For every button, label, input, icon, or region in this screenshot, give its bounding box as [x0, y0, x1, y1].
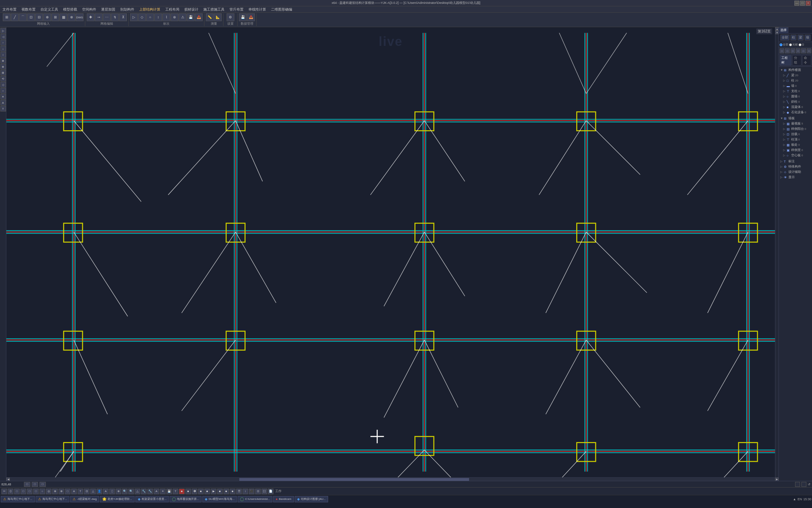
- bt-target[interactable]: ◎: [46, 489, 51, 494]
- bt-sq6[interactable]: ■: [217, 489, 223, 494]
- bt-a2[interactable]: A: [103, 489, 109, 494]
- bt-sq3[interactable]: ■: [185, 489, 191, 494]
- tb-tools-9[interactable]: 📤: [195, 13, 203, 21]
- lt-btn-13[interactable]: A: [0, 100, 6, 105]
- taskbar-item-7[interactable]: ◆ DL\模型MX\海马海...: [202, 496, 237, 502]
- lt-btn-2[interactable]: ◁: [0, 34, 6, 40]
- menu-layer[interactable]: 逐层加固: [100, 7, 116, 12]
- tree-node-max-slab[interactable]: ▷ ▦ 最视板 5: [780, 121, 811, 126]
- bt-t[interactable]: T: [78, 489, 83, 494]
- bt-sq7[interactable]: ■: [223, 489, 229, 494]
- tree-node-design-aid[interactable]: ▷ ⊹ 设计辅助: [780, 169, 811, 175]
- bt-tri2[interactable]: △: [135, 489, 140, 494]
- bt-doc[interactable]: 📄: [268, 489, 273, 494]
- menu-pipe[interactable]: 管斤布置: [228, 7, 245, 12]
- tb-edit-btn3[interactable]: ⋯: [103, 13, 111, 21]
- rp-nav-column[interactable]: 柱: [791, 35, 796, 41]
- tree-node-round-wall[interactable]: ▷ ○ 圆墙 0: [780, 94, 811, 99]
- lt-btn-12[interactable]: ✕: [0, 94, 6, 99]
- taskbar-item-1[interactable]: ⚠ 海马湾汇中心地下...: [1, 496, 35, 502]
- bt-lines[interactable]: ☰: [236, 489, 242, 494]
- tb-tools-8[interactable]: 💾: [187, 13, 195, 21]
- lt-btn-4[interactable]: ↓: [0, 46, 6, 52]
- tb-data-2[interactable]: 📤: [247, 13, 255, 21]
- tb-grid-btn4[interactable]: ⊡: [27, 13, 35, 21]
- scroll-down-button[interactable]: ▼: [775, 31, 779, 34]
- tb-edit-btn4[interactable]: ↯: [111, 13, 119, 21]
- menu-2d[interactable]: 二维图形确编: [270, 7, 293, 12]
- bt-a3[interactable]: A: [154, 489, 159, 494]
- taskbar-arrow[interactable]: ▲: [793, 497, 796, 501]
- filter-light[interactable]: 光棱: [789, 43, 798, 47]
- bt-brackets[interactable]: ⟦⟧: [262, 489, 267, 494]
- bt-code[interactable]: ⟨⟩: [8, 489, 13, 494]
- scroll-left-button[interactable]: ◀: [6, 478, 10, 481]
- bt-tri[interactable]: △: [90, 489, 96, 494]
- tb-grid-btn10[interactable]: DWG: [76, 13, 84, 21]
- tree-node-plate[interactable]: ▷ ▩ 板处 0: [780, 142, 811, 147]
- bt-sq2[interactable]: ■: [179, 489, 185, 494]
- status-btn-2[interactable]: □: [32, 482, 38, 487]
- rp-icon-3[interactable]: □: [791, 48, 795, 53]
- taskbar-item-2[interactable]: ⚠ 海马湾汇中心地下...: [36, 496, 70, 502]
- status-icon-1[interactable]: [795, 482, 800, 487]
- bt-box3[interactable]: □: [33, 489, 39, 494]
- tb-tools-2[interactable]: ◇: [138, 13, 146, 21]
- lt-btn-9[interactable]: ⟲: [0, 76, 6, 81]
- tb-grid-btn1[interactable]: ⊞: [3, 13, 11, 21]
- tree-node-inclined[interactable]: ▷ ╲ 斜柱 0: [780, 99, 811, 104]
- v-scrollbar[interactable]: ▲ ▼: [775, 27, 779, 477]
- rp-icon-1[interactable]: □: [780, 48, 784, 53]
- tree-node-col-top[interactable]: ▷ ⊤ 柱顶 0: [780, 137, 811, 142]
- tb-tools-7[interactable]: ⚠: [179, 13, 186, 21]
- bt-a[interactable]: A: [71, 489, 77, 494]
- bt-grid2[interactable]: ⊡: [84, 489, 90, 494]
- taskbar-item-9[interactable]: ● Bandicam: [273, 496, 294, 502]
- menu-custom[interactable]: 自定义工具: [39, 7, 59, 12]
- lt-btn-10[interactable]: ◇: [0, 82, 6, 87]
- tree-node-structure[interactable]: ▼ ⊞ 构件楼面: [780, 67, 811, 73]
- taskbar-item-3[interactable]: ⚠ -3层梁板对.dwg: [70, 496, 99, 502]
- bt-sq[interactable]: □: [65, 489, 70, 494]
- menu-divide[interactable]: 别划构件: [119, 7, 135, 12]
- minimize-button[interactable]: —: [794, 1, 799, 6]
- scroll-up-button[interactable]: ▲: [775, 27, 779, 31]
- rp-tab2-group[interactable]: 分组: [792, 55, 801, 66]
- bt-grid3[interactable]: ⊡: [255, 489, 261, 494]
- bt-box[interactable]: □: [20, 489, 26, 494]
- lt-btn-3[interactable]: ↑: [0, 40, 6, 46]
- tb-tools-4[interactable]: ↕: [154, 13, 162, 21]
- lt-btn-11[interactable]: ○: [0, 88, 6, 93]
- bt-blk[interactable]: ⬛: [249, 489, 254, 494]
- bt-sq4[interactable]: ■: [198, 489, 204, 494]
- tree-node-slab[interactable]: ▼ ⊞ 墙板: [780, 116, 811, 121]
- lt-btn-14[interactable]: T: [0, 106, 6, 111]
- tb-settings-1[interactable]: ⚙: [227, 13, 234, 21]
- taskbar-item-8[interactable]: ◯ C:\Users\Administ...: [238, 496, 272, 502]
- taskbar-item-5[interactable]: ◆ 框架梁设置小度度...: [135, 496, 169, 502]
- tb-grid-btn7[interactable]: ⊞: [51, 13, 59, 21]
- rp-nav-all[interactable]: 全部: [780, 35, 789, 41]
- menu-material[interactable]: 损材设计: [183, 7, 199, 12]
- tree-node-beam[interactable]: ▷ ╱ 梁 20: [780, 73, 811, 78]
- tb-grid-btn8[interactable]: ▦: [60, 13, 67, 21]
- rp-icon-4[interactable]: □: [796, 48, 800, 53]
- maximize-button[interactable]: □: [800, 1, 805, 6]
- bt-wrench[interactable]: 🔧: [141, 489, 147, 494]
- status-btn-1[interactable]: □: [24, 482, 30, 487]
- menu-view[interactable]: 视数布置: [20, 7, 37, 12]
- status-icon-2[interactable]: [801, 482, 806, 487]
- tb-measure-1[interactable]: 📏: [206, 13, 214, 21]
- bt-bar[interactable]: ≡: [160, 489, 166, 494]
- filter-all[interactable]: 全部: [780, 43, 788, 47]
- bt-io[interactable]: ⌷: [109, 489, 115, 494]
- bt-rect[interactable]: □: [14, 489, 20, 494]
- bt-zoom[interactable]: 🔍: [122, 489, 128, 494]
- tree-node-display[interactable]: ▷ 👁 显示: [780, 175, 811, 180]
- bt-box2[interactable]: □: [27, 489, 32, 494]
- close-button[interactable]: ×: [806, 1, 811, 6]
- status-btn-3[interactable]: □: [39, 482, 46, 487]
- bt-cross[interactable]: ⊗: [59, 489, 64, 494]
- menu-upper[interactable]: 上部结构计算: [138, 7, 161, 12]
- tb-tools-5[interactable]: ⌇: [162, 13, 170, 21]
